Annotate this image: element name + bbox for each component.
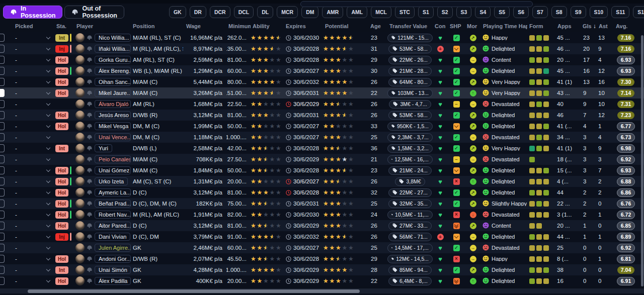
- row-select-bracket[interactable]: [0, 133, 5, 141]
- transfer-value-pill[interactable]: 27M€ - 33...: [388, 222, 432, 230]
- row-select-bracket[interactable]: [0, 45, 5, 53]
- table-row[interactable]: - Hol Robert Nav... M (RL), AM (RLC) 1,9…: [0, 209, 644, 220]
- tab-in-possession[interactable]: In Possession: [3, 6, 62, 19]
- transfer-value-pill[interactable]: 21M€ - 28...: [388, 67, 432, 75]
- column-header-transfer-value[interactable]: Transfer Value: [387, 21, 433, 32]
- transfer-value-pill[interactable]: 3M€ - 4,7...: [389, 100, 431, 109]
- transfer-value-pill[interactable]: 12M€ - 14,5...: [387, 255, 433, 263]
- player-name[interactable]: Jesús Areso: [95, 111, 131, 119]
- picked-dropdown[interactable]: -: [7, 253, 54, 264]
- player-name[interactable]: Álex Padilla: [95, 277, 131, 285]
- column-header-potential[interactable]: Potential: [323, 21, 362, 32]
- position-filter-s5[interactable]: S5: [494, 6, 510, 18]
- column-header-gls[interactable]: Gls↓: [581, 21, 597, 32]
- transfer-value-pill[interactable]: 10,5M€ - 11,...: [387, 211, 433, 219]
- transfer-value-pill[interactable]: 950K€ - 1,5...: [387, 122, 433, 131]
- position-filter-mcr[interactable]: MCR: [277, 6, 298, 18]
- picked-dropdown[interactable]: -: [7, 32, 54, 43]
- player-name[interactable]: Peio Canales: [95, 155, 131, 163]
- row-select-bracket[interactable]: [0, 67, 5, 75]
- row-select-bracket[interactable]: [0, 177, 5, 185]
- player-name[interactable]: Gorka Guru...: [95, 56, 131, 64]
- position-filter-stc[interactable]: STC: [395, 6, 415, 18]
- column-header-ability[interactable]: Ability: [251, 21, 284, 32]
- picked-dropdown[interactable]: -: [7, 209, 54, 220]
- row-select-bracket[interactable]: [0, 211, 5, 219]
- table-row[interactable]: - Inj Iñaki Willia... M (RL), AM (RLC), …: [0, 43, 644, 54]
- column-header-sta[interactable]: Sta.: [54, 21, 74, 32]
- picked-dropdown[interactable]: -: [7, 87, 54, 99]
- column-header-wage[interactable]: Wage: [183, 21, 226, 32]
- table-row[interactable]: - Hol Beñat Prad... D (C), DM, M (C) 182…: [0, 198, 644, 209]
- column-header-form[interactable]: Form: [527, 21, 555, 32]
- table-row[interactable]: - Int Nico Willia... M/AM (RL), ST (C) 1…: [0, 32, 644, 43]
- column-header-age[interactable]: Age: [362, 21, 387, 32]
- column-header-minimum[interactable]: Minimum...: [226, 21, 251, 32]
- picked-dropdown[interactable]: -: [7, 43, 54, 54]
- player-name[interactable]: Julen Agirre...: [95, 244, 131, 252]
- position-filter-mcl[interactable]: MCL: [371, 6, 391, 18]
- transfer-value-pill[interactable]: 121M€ - 15...: [387, 34, 433, 42]
- row-select-bracket[interactable]: [0, 244, 5, 252]
- player-name[interactable]: Aitor Pared...: [95, 222, 131, 230]
- transfer-value-pill[interactable]: 14,5M€ - 17,...: [387, 244, 433, 252]
- player-name[interactable]: Beñat Prad...: [95, 200, 131, 208]
- picked-dropdown[interactable]: -: [7, 275, 54, 286]
- horizontal-scrollbar[interactable]: [0, 288, 644, 293]
- player-name[interactable]: Unai Simón: [95, 266, 131, 274]
- player-name[interactable]: Álex Bereng...: [95, 67, 131, 75]
- player-name[interactable]: Aymeric La...: [95, 188, 131, 196]
- transfer-value-pill[interactable]: 22M€ - 27...: [388, 188, 432, 197]
- column-header-picked[interactable]: Picked: [7, 21, 54, 32]
- picked-dropdown[interactable]: -: [7, 231, 54, 242]
- player-name[interactable]: Oihan Sanc...: [95, 78, 131, 86]
- transfer-value-pill[interactable]: 1,5M€ - 3,2...: [387, 144, 433, 153]
- player-name[interactable]: Unai Gómez: [95, 166, 131, 174]
- picked-dropdown[interactable]: -: [7, 99, 54, 110]
- picked-dropdown[interactable]: -: [7, 65, 54, 76]
- vertical-scrollbar[interactable]: [641, 35, 643, 286]
- picked-dropdown[interactable]: -: [7, 76, 54, 87]
- position-filter-amr[interactable]: AMR: [322, 6, 343, 18]
- position-filter-s8[interactable]: S8: [551, 6, 567, 18]
- position-filter-dcl[interactable]: DCL: [234, 6, 254, 18]
- transfer-value-pill[interactable]: 85M€ - 94...: [388, 266, 432, 274]
- table-row[interactable]: - Hol Mikel Jaure... M/AM (C) 3,26M€ p/a…: [0, 87, 644, 99]
- row-select-bracket[interactable]: [0, 200, 5, 208]
- position-filter-s7[interactable]: S7: [532, 6, 548, 18]
- row-select-bracket[interactable]: [0, 34, 5, 42]
- table-row[interactable]: - Int Unai Simón GK 4,28M€ p/a 1.000....…: [0, 264, 644, 275]
- picked-dropdown[interactable]: -: [7, 176, 54, 187]
- row-select-bracket[interactable]: [0, 255, 5, 263]
- horizontal-scrollbar-thumb[interactable]: [28, 289, 360, 293]
- position-filter-s3[interactable]: S3: [456, 6, 472, 18]
- table-row[interactable]: - Inj Dani Vivian D (C), DM 3,79M€ p/a 9…: [0, 231, 644, 242]
- picked-dropdown[interactable]: -: [7, 264, 54, 275]
- row-select-bracket[interactable]: [0, 222, 5, 230]
- player-name[interactable]: Mikel Jaure...: [95, 89, 131, 97]
- picked-dropdown[interactable]: -: [7, 110, 54, 121]
- transfer-value-pill[interactable]: 22M€ - 26...: [388, 56, 432, 64]
- column-header-playing-time-happin[interactable]: Playing Time Happin...: [481, 21, 527, 32]
- table-row[interactable]: - Álvaro Djaló AM (RL) 1,68M€ p/a 22.50.…: [0, 99, 644, 110]
- picked-dropdown[interactable]: -: [7, 242, 54, 253]
- picked-dropdown[interactable]: -: [7, 198, 54, 209]
- table-row[interactable]: - Hol Gorka Guru... AM (RL), ST (C) 2,59…: [0, 54, 644, 65]
- picked-dropdown[interactable]: -: [7, 54, 54, 65]
- position-filter-s1[interactable]: S1: [418, 6, 434, 18]
- transfer-value-pill[interactable]: 64M€ - 80...: [388, 78, 432, 86]
- player-name[interactable]: Mikel Vesga: [95, 122, 131, 130]
- position-filter-dl[interactable]: DL: [257, 6, 273, 18]
- position-filter-s4[interactable]: S4: [475, 6, 491, 18]
- table-row[interactable]: - Int Yuri D/WB (L) 2,58M€ p/a 42.00... …: [0, 143, 644, 154]
- table-row[interactable]: - Unai Vence... DM, M (C) 1,18M€ p/a 1.0…: [0, 132, 644, 143]
- table-row[interactable]: - Peio Canales M/AM (C) 708K€ p/a 27.50.…: [0, 154, 644, 165]
- column-header-apps[interactable]: Apps: [555, 21, 581, 32]
- row-select-bracket[interactable]: [0, 56, 5, 64]
- picked-dropdown[interactable]: -: [7, 121, 54, 132]
- position-filter-aml[interactable]: AML: [347, 6, 367, 18]
- column-header-con[interactable]: Con: [433, 21, 448, 32]
- player-name[interactable]: Yuri: [95, 144, 112, 152]
- column-header-position[interactable]: Position: [131, 21, 183, 32]
- transfer-value-pill[interactable]: 12,5M€ - 16,...: [387, 155, 433, 164]
